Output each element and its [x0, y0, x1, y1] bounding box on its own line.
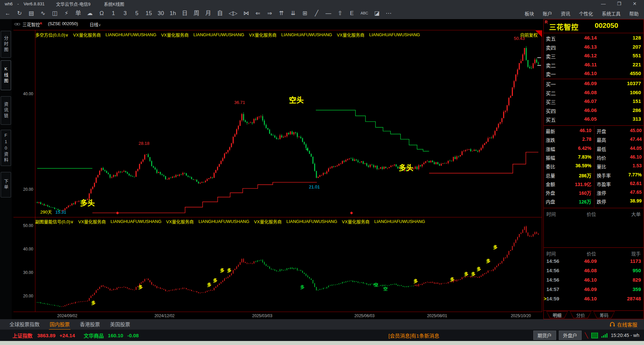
- draw-trendline-icon[interactable]: ╱: [314, 10, 320, 16]
- svg-text:36.71: 36.71: [234, 100, 245, 105]
- ask-row[interactable]: 卖四46.13207: [544, 44, 643, 53]
- sidebar-tab-资讯链[interactable]: 资讯链: [1, 96, 11, 125]
- bid-volume: 286: [633, 107, 641, 113]
- account-button-期货户[interactable]: 期货户: [533, 331, 556, 340]
- alert-icon[interactable]: Ω: [99, 10, 105, 16]
- commodity-name[interactable]: 文华商品: [84, 332, 104, 339]
- svg-text:2025/08/01: 2025/08/01: [427, 313, 447, 318]
- sidebar-tab-F10资料[interactable]: F10资料: [1, 130, 11, 166]
- chart-stock-tab[interactable]: 三花智控R: [22, 21, 42, 27]
- refresh-icon[interactable]: ↻: [16, 10, 22, 16]
- trend-line-icon[interactable]: ∿: [40, 10, 46, 16]
- quote-tab-明细[interactable]: 明细: [546, 311, 568, 318]
- back-icon[interactable]: ←: [5, 10, 11, 16]
- tape-price: 46.10: [584, 296, 597, 301]
- market-tab-美国股票[interactable]: 美国股票: [109, 319, 131, 330]
- market-tab-国内股票[interactable]: 国内股票: [49, 319, 70, 330]
- measure-icon[interactable]: E: [349, 10, 355, 16]
- svg-text:15.31: 15.31: [55, 210, 66, 215]
- period-1h-button[interactable]: 1h: [170, 10, 176, 16]
- market-tab-全球股票指数[interactable]: 全球股票指数: [9, 319, 40, 330]
- overlay-icon[interactable]: ⋈: [243, 10, 249, 16]
- bid-row[interactable]: 买一46.0910377: [544, 80, 643, 89]
- text-label-icon[interactable]: ABC: [361, 11, 368, 15]
- stat-label: 涨幅: [546, 146, 555, 152]
- quote-tab-筹码[interactable]: 筹码: [593, 311, 615, 318]
- period-5m-button[interactable]: 5: [134, 10, 140, 16]
- market-grid-icon[interactable]: [591, 333, 598, 338]
- bid-row[interactable]: 买二46.081060: [544, 90, 643, 98]
- server-node[interactable]: 文华云节点-电信9: [56, 1, 91, 7]
- market-tab-香港股票[interactable]: 香港股票: [79, 319, 101, 330]
- sidebar-tab-下单[interactable]: 下单: [1, 172, 11, 197]
- cloud-trade-icon[interactable]: ☁: [87, 10, 93, 16]
- draw-hline-icon[interactable]: —: [325, 10, 331, 16]
- stat-right-row: 市盈率62.61: [597, 181, 642, 189]
- indicator-ad-4: VX量化服务商: [254, 218, 281, 225]
- zoom-out-icon[interactable]: ⇈: [278, 10, 284, 16]
- link-icon[interactable]: [14, 22, 20, 27]
- menu-item-2[interactable]: 资讯: [561, 10, 570, 17]
- stat-left-row: 委比36.59%: [546, 163, 591, 171]
- sub-indicator-name[interactable]: 副图量能信号(0,0)∨: [35, 218, 73, 225]
- period-week-button[interactable]: 周: [194, 10, 200, 16]
- sidebar-tab-分时图[interactable]: 分时图: [1, 31, 11, 58]
- main-indicator-name[interactable]: 多空方位(0,0,0)∨: [35, 32, 68, 38]
- period-30m-button[interactable]: 30: [158, 10, 164, 16]
- period-3m-button[interactable]: 3: [122, 10, 128, 16]
- order-panel-icon[interactable]: 单: [75, 10, 81, 16]
- menu-item-3[interactable]: 个性化: [579, 10, 593, 17]
- index-name[interactable]: 上证指数: [12, 332, 33, 339]
- stat-right-row: 量比1.53: [597, 163, 642, 171]
- stat-value: 131.9亿: [575, 181, 591, 187]
- member-message[interactable]: [会员消息]有1条新消息: [388, 332, 439, 339]
- period-month-button[interactable]: 月: [205, 10, 211, 16]
- quote-tab-分价[interactable]: 分价: [570, 311, 591, 318]
- period-selector[interactable]: 日线∨: [90, 21, 101, 27]
- bid-row[interactable]: 买三46.07151: [544, 98, 643, 107]
- bid-row[interactable]: 买五46.05313: [544, 116, 643, 125]
- insert-indicator-icon[interactable]: ⊞: [302, 10, 308, 16]
- sidebar-tab-K线图[interactable]: K线图: [1, 60, 11, 90]
- zoom-in-icon[interactable]: ⇊: [290, 10, 296, 16]
- ask-row[interactable]: 卖五46.14128: [544, 35, 643, 44]
- bid-label: 买三: [546, 98, 556, 105]
- svg-text:◆: ◆: [116, 211, 119, 215]
- menu-item-4[interactable]: 系统工具: [602, 10, 621, 17]
- period-day-button[interactable]: 日: [182, 10, 188, 16]
- account-button-外盘户[interactable]: 外盘户: [559, 331, 582, 340]
- eraser-icon[interactable]: ◪: [374, 10, 380, 16]
- ask-row[interactable]: 卖三46.12551: [544, 53, 643, 61]
- ask-row[interactable]: 卖二46.11221: [544, 62, 643, 70]
- ask-volume: 128: [633, 35, 641, 41]
- period-15m-button[interactable]: 15: [146, 10, 152, 16]
- menu-item-5[interactable]: 帮助: [629, 10, 639, 17]
- page-left-icon[interactable]: ⇐: [255, 10, 261, 16]
- kline-icon[interactable]: ◫: [52, 10, 58, 16]
- kline-canvas[interactable]: 50.4336.7128.1821.0115.31290天多头多头空头+◆◆40…: [12, 19, 543, 319]
- ask-volume: 221: [633, 62, 641, 67]
- online-service-button[interactable]: 在线客服: [609, 321, 637, 328]
- close-icon[interactable]: ✕: [633, 1, 637, 6]
- period-custom-button[interactable]: 自: [217, 10, 223, 16]
- minimize-icon[interactable]: —: [601, 1, 606, 6]
- adjust-label[interactable]: 向前复权: [520, 32, 538, 38]
- chart-region: 50.4336.7128.1821.0115.31290天多头多头空头+◆◆40…: [12, 19, 543, 319]
- svg-text:20.00: 20.00: [23, 294, 33, 298]
- svg-text:多: 多: [471, 272, 475, 277]
- bid-row[interactable]: 买四46.06286: [544, 107, 643, 116]
- more-tools-icon[interactable]: ⋯: [386, 10, 392, 16]
- quote-stock-name[interactable]: 三花智控: [549, 21, 579, 32]
- period-1m-button[interactable]: 1: [110, 10, 116, 16]
- tick-chart-icon[interactable]: ⚡: [63, 10, 69, 16]
- quote-list-icon[interactable]: ▤: [28, 10, 34, 16]
- ask-row[interactable]: 卖一46.104550: [544, 70, 643, 79]
- page-right-icon[interactable]: ⇒: [267, 10, 273, 16]
- restore-icon[interactable]: ❐: [617, 1, 622, 6]
- menu-item-1[interactable]: 账户: [543, 10, 552, 17]
- menu-item-0[interactable]: 板块: [525, 10, 534, 17]
- compare-icon[interactable]: ◁▷: [229, 10, 237, 16]
- adjust-flag: R: [545, 20, 548, 24]
- arrow-mark-icon[interactable]: ⇧: [337, 10, 343, 16]
- svg-text:多: 多: [220, 268, 224, 273]
